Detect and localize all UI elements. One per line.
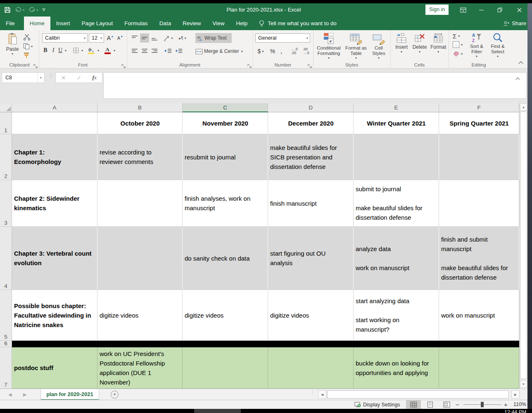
font-name-select[interactable]: Calibri▾ xyxy=(42,33,88,43)
vertical-scrollbar[interactable]: ▲ ▼ xyxy=(519,103,527,389)
percent-style-icon[interactable]: % xyxy=(268,47,277,56)
cell-B5[interactable]: digitize videos xyxy=(97,290,183,341)
align-bottom-icon[interactable] xyxy=(150,33,159,43)
cell-B1[interactable]: October 2020 xyxy=(97,112,183,134)
cell-B7[interactable]: work on UC President's Postdoctoral Fell… xyxy=(97,347,183,389)
cell-E3[interactable]: submit to journal make beautiful slides … xyxy=(354,180,439,227)
tab-help[interactable]: Help xyxy=(230,17,253,30)
clear-button[interactable]: ▾ xyxy=(453,50,463,57)
align-top-icon[interactable] xyxy=(130,33,139,43)
cell-E5[interactable]: start analyzing data start working on ma… xyxy=(354,290,439,341)
tab-page-layout[interactable]: Page Layout xyxy=(76,17,119,30)
find-select-button[interactable]: Find & Select ▾ xyxy=(488,32,507,58)
font-color-caret[interactable]: ▾ xyxy=(112,46,116,55)
zoom-slider-thumb[interactable] xyxy=(481,402,484,407)
cell-D1[interactable]: December 2020 xyxy=(268,112,354,134)
column-header-B[interactable]: B xyxy=(97,103,183,112)
cell-C3[interactable]: finish analyses, work on manuscript xyxy=(183,180,268,227)
select-all-corner[interactable] xyxy=(0,103,12,112)
column-header-D[interactable]: D xyxy=(268,103,354,112)
font-size-select[interactable]: 12▾ xyxy=(89,33,104,43)
cell-C5[interactable]: digitize videos xyxy=(183,290,268,341)
scroll-right-icon[interactable]: ▶ xyxy=(511,390,520,399)
decrease-font-icon[interactable]: A▼ xyxy=(116,33,125,43)
format-as-table-button[interactable]: Format as Table ▾ xyxy=(344,32,368,60)
format-painter-button[interactable] xyxy=(23,52,30,59)
row-header-2[interactable]: 2 xyxy=(0,134,12,180)
cell-A6[interactable] xyxy=(12,341,97,347)
new-sheet-icon[interactable]: + xyxy=(111,391,119,399)
delete-cells-button[interactable]: Delete ▾ xyxy=(411,33,428,54)
borders-icon[interactable] xyxy=(72,46,80,55)
fill-color-icon[interactable] xyxy=(87,46,96,55)
italic-button[interactable]: I xyxy=(50,46,56,55)
comma-style-icon[interactable]: , xyxy=(278,47,284,56)
text-direction-icon[interactable]: ▸¶▾ xyxy=(177,33,188,43)
bold-button[interactable]: B xyxy=(42,46,49,55)
cell-C6[interactable] xyxy=(183,341,268,347)
tab-data[interactable]: Data xyxy=(154,17,177,30)
share-button[interactable]: Share xyxy=(503,17,526,30)
sheet-nav-next-icon[interactable]: ▶ xyxy=(23,392,26,397)
insert-function-icon[interactable]: fx xyxy=(93,74,97,81)
minimize-button[interactable] xyxy=(474,3,488,17)
display-settings-button[interactable]: Display Settings xyxy=(354,400,400,409)
expand-formula-bar-icon[interactable] xyxy=(515,74,520,82)
column-header-E[interactable]: E xyxy=(354,103,439,112)
accounting-format-icon[interactable]: $▾ xyxy=(255,47,266,56)
cell-F2[interactable] xyxy=(439,134,519,180)
ribbon-display-options-icon[interactable] xyxy=(456,3,470,17)
cell-C1[interactable]: November 2020 xyxy=(183,112,268,134)
cell-D7[interactable] xyxy=(268,347,354,389)
cancel-icon[interactable]: ✕ xyxy=(61,75,66,81)
tab-review[interactable]: Review xyxy=(177,17,207,30)
merge-center-button[interactable]: Merge & Center ▾ xyxy=(195,46,248,56)
align-middle-icon[interactable] xyxy=(140,33,149,43)
cell-F4[interactable]: finish and submit manuscript make beauti… xyxy=(439,227,519,290)
row-header-3[interactable]: 3 xyxy=(0,180,12,227)
cell-A3[interactable]: Chapter 2: Sidewinder kinematics xyxy=(12,180,97,227)
align-right-icon[interactable] xyxy=(150,47,159,56)
cell-C4[interactable]: do sanity check on data xyxy=(183,227,268,290)
scroll-up-icon[interactable]: ▲ xyxy=(520,103,527,111)
tell-me-box[interactable]: Tell me what you want to do xyxy=(259,17,337,30)
cell-A1[interactable] xyxy=(12,112,97,134)
decrease-decimal-icon[interactable]: .00 →.0 xyxy=(301,47,311,56)
zoom-level[interactable]: 110% xyxy=(511,400,526,409)
zoom-out-icon[interactable]: − xyxy=(456,400,459,409)
font-dialog-launcher-icon[interactable] xyxy=(121,62,126,66)
cell-B4[interactable] xyxy=(97,227,183,290)
cell-E4[interactable]: analyze data work on manuscript xyxy=(354,227,439,290)
cell-B6[interactable] xyxy=(97,341,183,347)
cell-A2[interactable]: Chapter 1: Ecomorphology xyxy=(12,134,97,180)
collapse-ribbon-icon[interactable] xyxy=(518,58,523,66)
page-layout-view-icon[interactable] xyxy=(423,400,437,409)
horizontal-scroll-thumb[interactable] xyxy=(327,390,509,399)
sort-filter-button[interactable]: AZ Sort & Filter ▾ xyxy=(467,32,487,58)
cell-F1[interactable]: Spring Quarter 2021 xyxy=(439,112,519,134)
zoom-in-icon[interactable]: + xyxy=(504,400,508,409)
wrap-text-button[interactable]: ab Wrap Text xyxy=(195,33,232,43)
cell-C2[interactable]: resubmit to journal xyxy=(183,134,268,180)
tab-formulas[interactable]: Formulas xyxy=(119,17,153,30)
fill-button[interactable]: ↓ ▾ xyxy=(453,41,463,48)
borders-caret[interactable]: ▾ xyxy=(80,46,84,55)
tab-view[interactable]: View xyxy=(207,17,230,30)
underline-caret[interactable]: ▾ xyxy=(64,46,68,55)
cell-E1[interactable]: Winter Quarter 2021 xyxy=(354,112,439,134)
increase-font-icon[interactable]: A▲ xyxy=(106,33,115,43)
decrease-indent-icon[interactable] xyxy=(163,47,173,56)
column-header-A[interactable]: A xyxy=(12,103,97,112)
autosum-button[interactable]: Σ ▾ xyxy=(453,33,460,40)
number-dialog-launcher-icon[interactable] xyxy=(308,62,312,66)
clipboard-dialog-launcher-icon[interactable] xyxy=(33,62,38,66)
align-left-icon[interactable] xyxy=(130,47,139,56)
formula-input[interactable] xyxy=(103,72,527,99)
restore-button[interactable] xyxy=(493,3,507,17)
vertical-scroll-thumb[interactable] xyxy=(520,112,527,379)
cell-styles-button[interactable]: Cell Styles ▾ xyxy=(369,32,388,60)
cell-B2[interactable]: revise according to reviewer comments xyxy=(97,134,183,180)
number-format-select[interactable]: General▾ xyxy=(255,33,310,43)
sheet-nav-prev-icon[interactable]: ◀ xyxy=(8,392,12,397)
format-cells-button[interactable]: Format ▾ xyxy=(429,33,447,54)
